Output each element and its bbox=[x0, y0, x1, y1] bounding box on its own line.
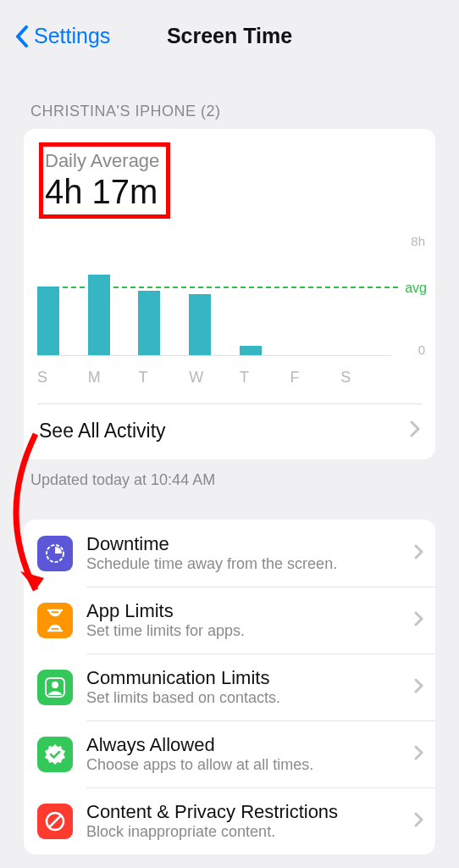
see-all-activity-label: See All Activity bbox=[39, 420, 166, 442]
day-label: T bbox=[138, 364, 189, 387]
usage-bar bbox=[240, 346, 262, 355]
hourglass-icon bbox=[37, 603, 73, 638]
usage-bar bbox=[189, 294, 211, 355]
option-title: Communication Limits bbox=[86, 667, 409, 689]
bar-col bbox=[240, 346, 290, 355]
bar-col bbox=[138, 291, 189, 355]
option-title: App Limits bbox=[86, 600, 409, 622]
summary-card: Daily Average 4h 17m 8h 0 avg SMTWTFS Se… bbox=[24, 129, 435, 459]
daily-average-label: Daily Average bbox=[45, 150, 159, 172]
option-subtitle: Choose apps to allow at all times. bbox=[86, 756, 409, 774]
chevron-right-icon bbox=[414, 678, 423, 697]
option-subtitle: Set time limits for apps. bbox=[86, 622, 409, 640]
chevron-right-icon bbox=[410, 420, 420, 442]
back-button[interactable]: Settings bbox=[15, 24, 110, 48]
option-text: App LimitsSet time limits for apps. bbox=[86, 600, 409, 640]
chevron-right-icon bbox=[414, 611, 423, 630]
usage-bar bbox=[138, 291, 160, 355]
y-max-label: 8h bbox=[411, 234, 425, 248]
no-entry-icon bbox=[37, 804, 73, 839]
clock-half-icon bbox=[37, 536, 73, 571]
chevron-left-icon bbox=[15, 25, 29, 47]
y-min-label: 0 bbox=[418, 342, 425, 357]
day-label: T bbox=[240, 364, 290, 387]
day-label: M bbox=[88, 364, 139, 387]
bar-col bbox=[189, 294, 240, 355]
option-row-content-privacy-restrictions[interactable]: Content & Privacy RestrictionsBlock inap… bbox=[24, 787, 435, 854]
chevron-right-icon bbox=[414, 544, 423, 563]
option-row-downtime[interactable]: DowntimeSchedule time away from the scre… bbox=[24, 520, 435, 587]
contact-icon bbox=[37, 670, 73, 705]
usage-chart: 8h 0 avg SMTWTFS bbox=[37, 234, 422, 387]
section-label: CHRISTINA'S IPHONE (2) bbox=[0, 62, 459, 129]
option-subtitle: Set limits based on contacts. bbox=[86, 689, 409, 707]
back-label: Settings bbox=[34, 24, 110, 48]
updated-label: Updated today at 10:44 AM bbox=[0, 459, 459, 489]
nav-bar: Settings Screen Time bbox=[0, 0, 459, 62]
usage-bar bbox=[37, 287, 59, 355]
option-row-always-allowed[interactable]: Always AllowedChoose apps to allow at al… bbox=[24, 721, 435, 787]
chevron-right-icon bbox=[414, 745, 423, 764]
svg-point-2 bbox=[52, 682, 58, 688]
bar-col bbox=[88, 275, 139, 355]
day-label: W bbox=[189, 364, 240, 387]
options-list: DowntimeSchedule time away from the scre… bbox=[24, 520, 435, 854]
day-label: F bbox=[290, 364, 341, 387]
option-text: DowntimeSchedule time away from the scre… bbox=[86, 533, 409, 573]
option-subtitle: Block inappropriate content. bbox=[86, 823, 409, 841]
see-all-activity-row[interactable]: See All Activity bbox=[24, 404, 435, 459]
daily-average-value: 4h 17m bbox=[45, 172, 159, 211]
day-label: S bbox=[340, 364, 391, 387]
option-row-app-limits[interactable]: App LimitsSet time limits for apps. bbox=[24, 587, 435, 654]
usage-bar bbox=[88, 275, 110, 355]
chevron-right-icon bbox=[414, 812, 423, 831]
option-row-communication-limits[interactable]: Communication LimitsSet limits based on … bbox=[24, 654, 435, 721]
option-title: Downtime bbox=[86, 533, 409, 555]
svg-line-4 bbox=[49, 815, 61, 827]
option-text: Content & Privacy RestrictionsBlock inap… bbox=[86, 801, 409, 841]
daily-average-highlight: Daily Average 4h 17m bbox=[39, 142, 170, 219]
day-label: S bbox=[37, 364, 88, 387]
option-subtitle: Schedule time away from the screen. bbox=[86, 555, 409, 573]
check-badge-icon bbox=[37, 737, 73, 772]
option-text: Communication LimitsSet limits based on … bbox=[86, 667, 409, 707]
bar-col bbox=[37, 287, 88, 355]
avg-line-label: avg bbox=[405, 281, 427, 296]
option-text: Always AllowedChoose apps to allow at al… bbox=[86, 734, 409, 774]
option-title: Content & Privacy Restrictions bbox=[86, 801, 409, 823]
option-title: Always Allowed bbox=[86, 734, 409, 756]
